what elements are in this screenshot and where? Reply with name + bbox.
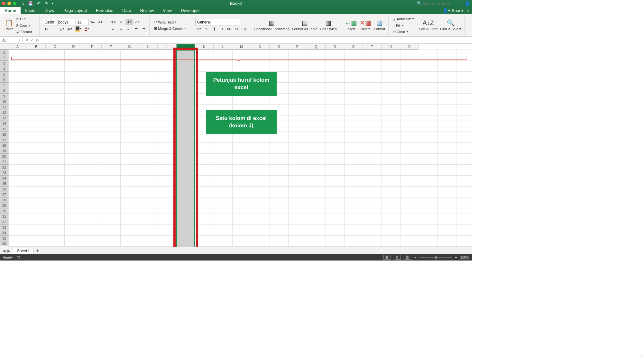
conditional-formatting-button[interactable]: ▦Conditional Formatting xyxy=(253,19,291,31)
decrease-decimal-button[interactable]: .00→.0 xyxy=(233,26,247,32)
user-icon[interactable]: 👤 xyxy=(465,1,470,6)
column-header-d[interactable]: D xyxy=(64,44,83,50)
increase-font-button[interactable]: A▴ xyxy=(89,19,96,25)
find-select-button[interactable]: 🔍Find & Select xyxy=(439,19,462,31)
cancel-formula-icon[interactable]: ✕ xyxy=(25,38,29,42)
row-header-17[interactable]: 17 xyxy=(0,137,8,142)
zoom-in-button[interactable]: + xyxy=(455,255,457,259)
cut-button[interactable]: ✂Cut xyxy=(15,16,37,22)
row-header-10[interactable]: 10 xyxy=(0,99,8,104)
fill-button[interactable]: ↓Fill▾ xyxy=(392,23,418,28)
column-header-u[interactable]: U xyxy=(382,44,400,50)
fx-icon[interactable]: fx xyxy=(36,38,39,42)
row-header-21[interactable]: 21 xyxy=(0,159,8,164)
column-header-q[interactable]: Q xyxy=(307,44,326,50)
column-header-g[interactable]: G xyxy=(120,44,139,50)
column-header-b[interactable]: B xyxy=(27,44,46,50)
row-header-35[interactable]: 35 xyxy=(0,235,8,241)
row-header-30[interactable]: 30 xyxy=(0,208,8,214)
wrap-text-button[interactable]: ↩Wrap Text▾ xyxy=(153,19,185,25)
decrease-indent-button[interactable]: ⇤ xyxy=(133,26,140,32)
page-layout-view-button[interactable]: ▤ xyxy=(394,255,401,260)
row-header-3[interactable]: 3 xyxy=(0,60,8,66)
align-top-button[interactable]: ⬆≡ xyxy=(109,19,117,25)
maximize-window[interactable] xyxy=(13,2,16,5)
delete-cells-button[interactable]: ✕▦Delete xyxy=(358,19,373,31)
expand-formula-icon[interactable]: ⌄ xyxy=(465,39,472,42)
align-middle-button[interactable]: ≡ xyxy=(118,19,125,25)
column-header-h[interactable]: H xyxy=(139,44,158,50)
enter-formula-icon[interactable]: ✓ xyxy=(31,38,34,42)
row-header-29[interactable]: 29 xyxy=(0,203,8,208)
page-break-view-button[interactable]: ▥ xyxy=(404,255,411,260)
row-header-13[interactable]: 13 xyxy=(0,115,8,121)
decrease-font-button[interactable]: A▾ xyxy=(97,19,104,25)
align-right-button[interactable]: ≡ xyxy=(125,26,132,32)
prev-sheet-icon[interactable]: ◀ xyxy=(3,249,5,253)
row-header-15[interactable]: 15 xyxy=(0,126,8,132)
spreadsheet-grid[interactable]: ABCDEFGHIJKLMNOPQRSTUV 12345678910111213… xyxy=(0,44,472,247)
row-header-28[interactable]: 28 xyxy=(0,197,8,203)
column-header-s[interactable]: S xyxy=(344,44,363,50)
column-header-n[interactable]: N xyxy=(251,44,270,50)
row-header-16[interactable]: 16 xyxy=(0,132,8,137)
bold-button[interactable]: B xyxy=(43,26,50,32)
redo-icon[interactable]: ↷ xyxy=(44,1,48,6)
undo-icon[interactable]: ↶ xyxy=(37,1,41,6)
collapse-ribbon-icon[interactable]: ʌ xyxy=(467,9,469,12)
paste-button[interactable]: 📋Paste xyxy=(3,19,15,31)
next-sheet-icon[interactable]: ▶ xyxy=(7,249,10,253)
font-name-select[interactable] xyxy=(43,19,75,25)
cell-styles-button[interactable]: ▥Cell Styles xyxy=(318,19,338,31)
column-header-p[interactable]: P xyxy=(288,44,307,50)
column-header-a[interactable]: A xyxy=(8,44,27,50)
sort-filter-button[interactable]: A↓ZSort & Filter xyxy=(418,19,439,31)
border-button[interactable]: ▦▾ xyxy=(66,26,73,32)
row-header-1[interactable]: 1 xyxy=(0,50,8,55)
tab-insert[interactable]: Insert xyxy=(21,7,40,14)
row-header-34[interactable]: 34 xyxy=(0,230,8,235)
row-header-33[interactable]: 33 xyxy=(0,224,8,230)
formula-input[interactable] xyxy=(42,38,465,42)
search-box[interactable]: 🔍 xyxy=(417,1,462,6)
minimize-window[interactable] xyxy=(7,2,11,5)
column-headers[interactable]: ABCDEFGHIJKLMNOPQRSTUV xyxy=(8,44,472,50)
column-header-o[interactable]: O xyxy=(270,44,288,50)
font-size-select[interactable] xyxy=(76,19,88,25)
number-format-select[interactable] xyxy=(195,19,240,25)
column-header-c[interactable]: C xyxy=(46,44,64,50)
add-sheet-button[interactable]: + xyxy=(33,248,41,254)
home-icon[interactable]: ⌂ xyxy=(22,1,24,6)
copy-button[interactable]: ⎘Copy▾ xyxy=(15,23,37,28)
row-header-24[interactable]: 24 xyxy=(0,175,8,181)
row-header-11[interactable]: 11 xyxy=(0,104,8,110)
macro-record-icon[interactable]: ▢ xyxy=(17,255,20,260)
save-icon[interactable]: 💾 xyxy=(28,1,33,6)
row-header-23[interactable]: 23 xyxy=(0,170,8,175)
align-left-button[interactable]: ≡ xyxy=(109,26,116,32)
share-button[interactable]: 👤+Shareʌ xyxy=(440,7,472,14)
row-header-26[interactable]: 26 xyxy=(0,186,8,192)
format-as-table-button[interactable]: ▤Format as Table xyxy=(291,19,319,31)
tab-review[interactable]: Review xyxy=(136,7,159,14)
row-header-9[interactable]: 9 xyxy=(0,93,8,99)
column-header-l[interactable]: L xyxy=(214,44,232,50)
row-header-19[interactable]: 19 xyxy=(0,148,8,153)
row-header-18[interactable]: 18 xyxy=(0,142,8,148)
row-header-2[interactable]: 2 xyxy=(0,55,8,60)
tab-draw[interactable]: Draw xyxy=(40,7,59,14)
tab-formulas[interactable]: Formulas xyxy=(91,7,118,14)
underline-button[interactable]: U▾ xyxy=(58,26,65,32)
row-header-32[interactable]: 32 xyxy=(0,219,8,224)
comma-button[interactable]: ❯ xyxy=(211,26,218,32)
row-header-25[interactable]: 25 xyxy=(0,181,8,186)
row-header-22[interactable]: 22 xyxy=(0,164,8,170)
row-header-27[interactable]: 27 xyxy=(0,192,8,197)
column-header-r[interactable]: R xyxy=(326,44,344,50)
column-header-f[interactable]: F xyxy=(102,44,120,50)
name-box[interactable]: J1▾ xyxy=(0,37,23,43)
row-header-20[interactable]: 20 xyxy=(0,153,8,159)
row-header-4[interactable]: 4 xyxy=(0,66,8,71)
cells-area[interactable]: Petunjuk huruf kolom excel Satu kolom di… xyxy=(8,50,472,247)
column-header-m[interactable]: M xyxy=(232,44,251,50)
